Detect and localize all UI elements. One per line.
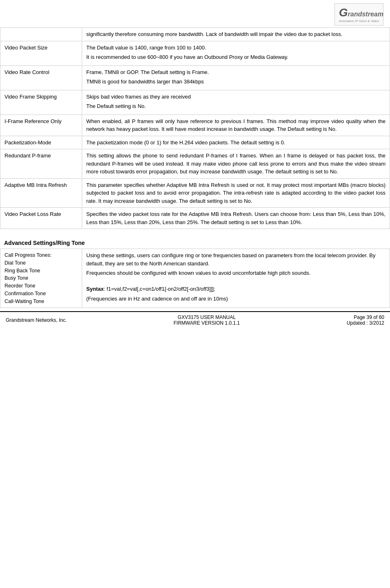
ring-back-label: Ring Back Tone xyxy=(4,267,78,275)
row-desc: This parameter specifies whether Adaptiv… xyxy=(82,178,390,208)
footer-firmware-version: FIRMWARE VERSION 1.0.1.1 xyxy=(174,320,240,326)
ring-tone-row: Call Progress Tones: Dial Tone Ring Back… xyxy=(0,249,390,308)
header-logo: Grandstream Innovative IP Voice & Video xyxy=(0,0,390,27)
ring-tone-desc-cell: Using these settings, users can configur… xyxy=(82,249,390,308)
table-row: Adaptive MB Intra Refresh This parameter… xyxy=(0,178,390,208)
row-desc: Specifies the video packet loss rate for… xyxy=(82,208,390,229)
section-heading: Advanced Settings/Ring Tone xyxy=(0,236,390,249)
syntax-label: Syntax xyxy=(86,286,104,292)
page-footer: Grandstream Networks, Inc. GXV3175 USER … xyxy=(0,311,390,328)
table-row: Video Packet Loss Rate Specifies the vid… xyxy=(0,208,390,229)
row-desc: significantly therefore consuming more b… xyxy=(82,28,390,41)
table-row: Video Frame Skipping Skips bad video fra… xyxy=(0,90,390,114)
row-label: Packetization-Mode xyxy=(0,136,82,149)
row-label: Video Packet Size xyxy=(0,41,82,65)
footer-left: Grandstream Networks, Inc. xyxy=(6,317,67,323)
desc-line: TMN8 is good for bandwidths larger than … xyxy=(86,78,386,86)
row-label: Video Frame Skipping xyxy=(0,90,82,114)
ring-tone-cadence: (Frequencies are in Hz and cadence on an… xyxy=(86,295,386,303)
desc-line: The Default value is 1400, range from 10… xyxy=(86,44,386,52)
row-label xyxy=(0,28,82,41)
ring-tone-syntax: Syntax: f1=val,f2=val[,c=on1/off1[-on2/o… xyxy=(86,285,386,293)
row-label: I-Frame Reference Only xyxy=(0,114,82,136)
row-desc: Frame, TMN8 or GOP. The Default setting … xyxy=(82,65,390,90)
table-row: Video Packet Size The Default value is 1… xyxy=(0,41,390,65)
row-desc: When enabled, all P frames will only hav… xyxy=(82,114,390,136)
desc-line: Skips bad video frames as they are recei… xyxy=(86,93,386,101)
ring-tone-table: Call Progress Tones: Dial Tone Ring Back… xyxy=(0,249,390,308)
footer-page: Page 39 of 60 xyxy=(347,314,384,320)
table-row: Video Rate Control Frame, TMN8 or GOP. T… xyxy=(0,65,390,90)
desc-line: Frame, TMN8 or GOP. The Default setting … xyxy=(86,68,386,76)
reorder-tone-label: Reorder Tone xyxy=(4,282,78,290)
content-table: significantly therefore consuming more b… xyxy=(0,27,390,229)
logo-tagline: Innovative IP Voice & Video xyxy=(339,19,379,23)
desc-line: The Default setting is No. xyxy=(86,102,386,110)
row-label: Adaptive MB Intra Refresh xyxy=(0,178,82,208)
table-row: I-Frame Reference Only When enabled, all… xyxy=(0,114,390,136)
call-waiting-label: Call-Waiting Tone xyxy=(4,298,78,305)
row-desc: The packetization mode (0 or 1) for the … xyxy=(82,136,390,149)
footer-right: Page 39 of 60 Updated : 3/2012 xyxy=(347,314,384,326)
ring-tone-label-cell: Call Progress Tones: Dial Tone Ring Back… xyxy=(0,249,82,308)
syntax-value: : f1=val,f2=val[,c=on1/off1[-on2/off2[-o… xyxy=(104,286,215,292)
brand-logo: Grandstream Innovative IP Voice & Video xyxy=(334,3,383,26)
row-desc: This setting allows the phone to send re… xyxy=(82,149,390,179)
footer-manual-title: GXV3175 USER MANUAL xyxy=(174,314,240,320)
row-label: Redundant P-frame xyxy=(0,149,82,179)
table-row: Packetization-Mode The packetization mod… xyxy=(0,136,390,149)
row-label: Video Rate Control xyxy=(0,65,82,90)
ring-tone-desc-1: Using these settings, users can configur… xyxy=(86,251,386,267)
busy-tone-label: Busy Tone xyxy=(4,274,78,282)
call-progress-label: Call Progress Tones: xyxy=(4,251,78,259)
ring-tone-desc-2: Frequencies should be configured with kn… xyxy=(86,269,386,277)
row-desc: The Default value is 1400, range from 10… xyxy=(82,41,390,65)
footer-updated: Updated : 3/2012 xyxy=(347,320,384,326)
confirmation-tone-label: Confirmation Tone xyxy=(4,290,78,298)
table-row: significantly therefore consuming more b… xyxy=(0,28,390,41)
table-row: Redundant P-frame This setting allows th… xyxy=(0,149,390,179)
row-label: Video Packet Loss Rate xyxy=(0,208,82,229)
row-desc: Skips bad video frames as they are recei… xyxy=(82,90,390,114)
desc-line: It is recommended to use 600~800 if you … xyxy=(86,53,386,61)
footer-center: GXV3175 USER MANUAL FIRMWARE VERSION 1.0… xyxy=(174,314,240,326)
dial-tone-label: Dial Tone xyxy=(4,259,78,267)
